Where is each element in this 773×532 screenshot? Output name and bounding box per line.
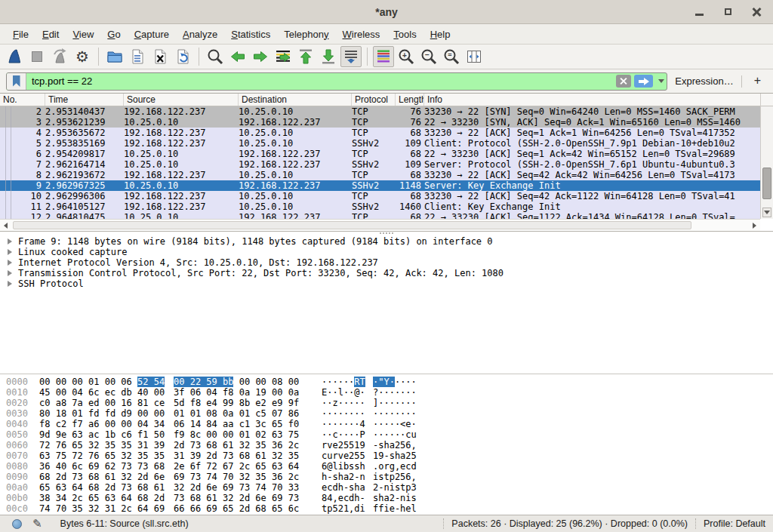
auto-scroll-button[interactable] xyxy=(340,46,362,67)
menu-analyze[interactable]: Analyze xyxy=(176,26,224,43)
horizontal-scrollbar-thumb[interactable] xyxy=(13,221,691,229)
column-header-info[interactable]: Info xyxy=(424,94,760,106)
ascii-bytes: .org,ecd xyxy=(373,461,421,472)
open-file-button[interactable] xyxy=(104,46,125,67)
start-capture-button[interactable] xyxy=(4,46,25,67)
cell-src: 192.168.122.237 xyxy=(124,191,239,201)
packet-row-8[interactable]: 82.962193672192.168.122.23710.25.0.10TCP… xyxy=(0,170,760,180)
colorize-packets-button[interactable] xyxy=(373,46,394,67)
stop-capture-button[interactable] xyxy=(26,46,48,67)
go-first-packet-button[interactable] xyxy=(295,46,316,67)
expand-triangle-icon[interactable] xyxy=(8,238,12,244)
column-header-source[interactable]: Source xyxy=(124,94,239,106)
zoom-in-button[interactable]: + xyxy=(396,46,417,67)
filter-bookmark-button[interactable] xyxy=(7,73,26,90)
close-file-button[interactable] xyxy=(149,46,171,67)
packet-row-6[interactable]: 62.95420981710.25.0.10192.168.122.237TCP… xyxy=(0,149,760,159)
resize-columns-button[interactable] xyxy=(463,46,485,67)
expand-triangle-icon[interactable] xyxy=(8,281,12,287)
hex-row-0060[interactable]: 006072 76 65 32 35 35 31 392d 73 68 61 3… xyxy=(6,440,773,451)
packet-list-horizontal-scrollbar[interactable] xyxy=(0,219,760,231)
menu-statistics[interactable]: Statistics xyxy=(224,26,277,43)
filter-apply-button[interactable] xyxy=(634,75,653,88)
packet-row-11[interactable]: 112.964105127192.168.122.23710.25.0.10SS… xyxy=(0,201,760,212)
hex-row-0020[interactable]: 0020c0 a8 7a ed 00 16 81 ce5d f8 e4 99 8… xyxy=(6,398,773,408)
hex-row-0030[interactable]: 003080 18 01 fd fd d9 00 0001 01 08 0a 0… xyxy=(6,408,773,419)
expand-triangle-icon[interactable] xyxy=(8,270,12,276)
save-file-button[interactable] xyxy=(127,46,148,67)
display-filter-field[interactable]: tcp.port == 22 xyxy=(6,72,667,91)
cell-dst: 10.25.0.10 xyxy=(239,106,352,117)
expand-triangle-icon[interactable] xyxy=(8,249,12,255)
detail-row[interactable]: Linux cooked capture xyxy=(5,247,773,257)
maximize-button[interactable] xyxy=(722,6,734,18)
vertical-scrollbar-thumb[interactable] xyxy=(762,168,771,199)
expression-button[interactable]: Expression… xyxy=(673,75,735,87)
packet-row-10[interactable]: 102.962996306192.168.122.23710.25.0.10TC… xyxy=(0,191,760,201)
detail-row[interactable]: Transmission Control Protocol, Src Port:… xyxy=(5,268,773,278)
capture-file-properties-icon[interactable] xyxy=(12,519,22,529)
menu-edit[interactable]: Edit xyxy=(35,26,66,43)
packet-row-9[interactable]: 92.96296732510.25.0.10192.168.122.237SSH… xyxy=(0,180,760,191)
display-filter-input[interactable]: tcp.port == 22 xyxy=(26,75,616,87)
detail-row[interactable]: SSH Protocol xyxy=(5,278,773,289)
go-last-packet-button[interactable] xyxy=(318,46,339,67)
hex-row-00a0[interactable]: 00a065 63 64 68 2d 73 68 6132 2d 6e 69 7… xyxy=(6,482,773,493)
cell-no: 8 xyxy=(0,170,45,180)
menu-telephony[interactable]: Telephony xyxy=(277,26,335,43)
filter-history-dropdown[interactable] xyxy=(655,73,667,90)
menu-capture[interactable]: Capture xyxy=(128,26,176,43)
hex-row-0090[interactable]: 009068 2d 73 68 61 32 2d 6e69 73 74 70 3… xyxy=(6,472,773,482)
cell-proto: TCP xyxy=(352,106,396,117)
packet-list-vertical-scrollbar[interactable] xyxy=(760,94,773,219)
detail-row[interactable]: Internet Protocol Version 4, Src: 10.25.… xyxy=(5,257,773,268)
column-header-length[interactable]: Length xyxy=(396,94,424,106)
pane-splitter-grip[interactable] xyxy=(380,232,393,234)
hex-row-0070[interactable]: 007063 75 72 76 65 32 35 3531 39 2d 73 6… xyxy=(6,451,773,461)
hex-row-00c0[interactable]: 00c074 70 35 32 31 2c 64 6966 66 69 65 2… xyxy=(6,503,773,514)
capture-comment-icon[interactable]: ✎ xyxy=(32,518,42,530)
packet-row-4[interactable]: 42.953635672192.168.122.23710.25.0.10TCP… xyxy=(0,128,760,138)
packet-row-2[interactable]: 22.953140437192.168.122.23710.25.0.10TCP… xyxy=(0,106,760,117)
find-packet-button[interactable] xyxy=(205,46,226,67)
horizontal-scrollbar-track[interactable] xyxy=(11,220,749,231)
packet-row-7[interactable]: 72.96216471410.25.0.10192.168.122.237SSH… xyxy=(0,159,760,170)
column-header-time[interactable]: Time xyxy=(45,94,124,106)
menu-tools[interactable]: Tools xyxy=(386,26,423,43)
menu-go[interactable]: Go xyxy=(100,26,127,43)
reload-file-button[interactable] xyxy=(172,46,193,67)
capture-options-button[interactable]: ⚙ xyxy=(72,46,93,67)
status-profile[interactable]: Profile: Default xyxy=(704,518,765,529)
column-header-protocol[interactable]: Protocol xyxy=(352,94,396,106)
restart-capture-button[interactable] xyxy=(49,46,70,67)
menu-view[interactable]: View xyxy=(66,26,100,43)
menu-help[interactable]: Help xyxy=(423,26,457,43)
go-to-packet-button[interactable] xyxy=(273,46,294,67)
expand-triangle-icon[interactable] xyxy=(8,260,12,266)
detail-row[interactable]: Frame 9: 1148 bytes on wire (9184 bits),… xyxy=(5,236,773,247)
add-filter-button[interactable]: + xyxy=(748,74,767,89)
menu-wireless[interactable]: Wireless xyxy=(336,26,387,43)
close-button[interactable] xyxy=(750,6,762,18)
zoom-out-button[interactable]: − xyxy=(418,46,439,67)
hex-row-0010[interactable]: 001045 00 04 6c ec db 40 003f 06 04 f8 0… xyxy=(6,387,773,398)
scroll-right-button[interactable] xyxy=(749,220,760,231)
minimize-button[interactable] xyxy=(693,6,705,18)
hex-row-00b0[interactable]: 00b038 34 2c 65 63 64 68 2d73 68 61 32 2… xyxy=(6,493,773,503)
column-header-no[interactable]: No. xyxy=(0,94,45,106)
hex-offset: 00a0 xyxy=(6,482,32,493)
filter-clear-button[interactable] xyxy=(616,75,631,88)
hex-row-0000[interactable]: 000000 00 00 01 00 06 52 5400 22 59 bb 0… xyxy=(6,377,773,387)
packet-row-5[interactable]: 52.953835169192.168.122.23710.25.0.10SSH… xyxy=(0,138,760,149)
hex-row-0040[interactable]: 0040f8 c2 f7 a6 00 00 04 3406 14 84 aa c… xyxy=(6,419,773,429)
scroll-down-button[interactable] xyxy=(762,208,771,217)
go-back-button[interactable] xyxy=(227,46,248,67)
hex-row-0080[interactable]: 008036 40 6c 69 62 73 73 682e 6f 72 67 2… xyxy=(6,461,773,472)
column-header-destination[interactable]: Destination xyxy=(239,94,352,106)
zoom-original-button[interactable]: = xyxy=(441,46,462,67)
menu-file[interactable]: File xyxy=(6,26,35,43)
scroll-left-button[interactable] xyxy=(0,220,11,231)
go-forward-button[interactable] xyxy=(250,46,271,67)
hex-row-0050[interactable]: 00509d 9e 63 ac 1b c6 f1 50f9 8c 00 00 0… xyxy=(6,429,773,440)
packet-row-3[interactable]: 32.95362123910.25.0.10192.168.122.237TCP… xyxy=(0,117,760,128)
